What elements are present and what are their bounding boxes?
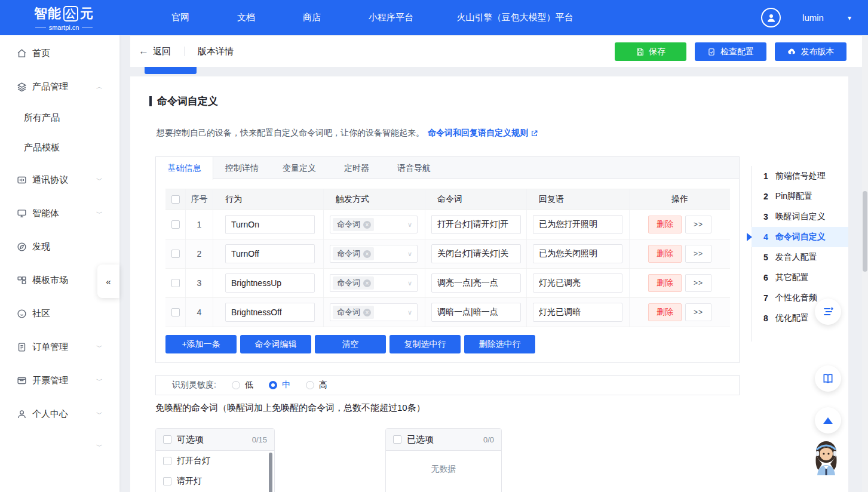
step-command-custom-active[interactable]: 4命令词自定义 bbox=[752, 227, 848, 247]
trigger-select[interactable]: 命令词× ∨ bbox=[330, 245, 418, 263]
user-chevron-down-icon[interactable]: ▾ bbox=[848, 14, 851, 22]
nav-item-docs[interactable]: 文档 bbox=[213, 12, 279, 23]
delete-selected-rows-button[interactable]: 删除选中行 bbox=[464, 335, 535, 353]
nav-item-store[interactable]: 商店 bbox=[279, 12, 345, 23]
item-checkbox[interactable] bbox=[163, 477, 171, 485]
clear-button[interactable]: 清空 bbox=[315, 335, 386, 353]
trigger-select[interactable]: 命令词× ∨ bbox=[330, 216, 418, 233]
sidebar-item-agent[interactable]: 智能体 ﹀ bbox=[0, 204, 119, 222]
delete-row-button[interactable]: 删除 bbox=[648, 274, 682, 292]
expand-row-button[interactable]: >> bbox=[685, 303, 711, 321]
step-wakeword-custom[interactable]: 3唤醒词自定义 bbox=[752, 207, 848, 227]
custom-rules-link[interactable]: 命令词和回复语自定义规则 bbox=[428, 128, 538, 139]
tag-remove-icon[interactable]: × bbox=[363, 309, 371, 316]
back-to-top-fab[interactable] bbox=[815, 407, 841, 433]
select-all-checkbox[interactable] bbox=[171, 195, 180, 204]
sidebar-item-discover[interactable]: 发现 bbox=[0, 238, 119, 256]
action-input[interactable] bbox=[225, 273, 315, 293]
expand-row-button[interactable]: >> bbox=[685, 245, 711, 263]
sidebar-collapse-button[interactable]: « bbox=[97, 265, 119, 298]
target-select-all-checkbox[interactable] bbox=[393, 435, 401, 444]
action-input[interactable] bbox=[225, 303, 315, 322]
back-button[interactable]: ← 返回 bbox=[139, 45, 171, 57]
tab-timer[interactable]: 定时器 bbox=[328, 157, 385, 179]
action-input[interactable] bbox=[225, 215, 315, 234]
page-scrollbar-thumb[interactable] bbox=[863, 191, 867, 272]
row-checkbox[interactable] bbox=[171, 250, 180, 258]
tag-remove-icon[interactable]: × bbox=[363, 221, 371, 229]
delete-row-button[interactable]: 删除 bbox=[648, 245, 682, 263]
app-window: 智能公元 smartpi.cn 官网 文档 商店 小程序平台 火山引擎（豆包大模… bbox=[0, 0, 868, 492]
item-checkbox[interactable] bbox=[163, 457, 171, 465]
page-scrollbar-track[interactable] bbox=[862, 35, 868, 492]
reply-input[interactable] bbox=[533, 273, 622, 293]
add-row-button[interactable]: +添加一条 bbox=[165, 335, 237, 353]
username[interactable]: lumin bbox=[802, 13, 824, 23]
clipped-button-above[interactable] bbox=[145, 67, 197, 74]
check-config-button[interactable]: 检查配置 bbox=[695, 42, 766, 61]
sidebar-item-home[interactable]: 首页 bbox=[0, 44, 119, 62]
copy-selected-rows-button[interactable]: 复制选中行 bbox=[389, 335, 461, 353]
brand-logo[interactable]: 智能公元 smartpi.cn bbox=[25, 5, 103, 31]
edit-commands-button[interactable]: 命令词编辑 bbox=[240, 335, 311, 353]
sensitivity-option-medium[interactable]: 中 bbox=[269, 380, 290, 390]
step-voice-config[interactable]: 5发音人配置 bbox=[752, 247, 848, 267]
action-input[interactable] bbox=[225, 244, 315, 263]
user-avatar-icon[interactable] bbox=[761, 8, 781, 27]
sidebar-item-community[interactable]: 社区 bbox=[0, 305, 119, 322]
protocol-icon bbox=[16, 174, 27, 185]
sidebar-item-all-products[interactable]: 所有产品 bbox=[0, 109, 119, 127]
tab-variable-definition[interactable]: 变量定义 bbox=[271, 157, 328, 179]
source-select-all-checkbox[interactable] bbox=[163, 435, 171, 444]
col-header-trigger: 触发方式 bbox=[324, 189, 425, 210]
delete-row-button[interactable]: 删除 bbox=[648, 303, 682, 321]
step-front-signal[interactable]: 1前端信号处理 bbox=[752, 166, 848, 186]
transfer-item[interactable]: 请开灯 bbox=[156, 471, 274, 491]
nav-item-official-site[interactable]: 官网 bbox=[148, 12, 213, 23]
tab-voice-navigation[interactable]: 语音导航 bbox=[385, 157, 443, 179]
publish-version-button[interactable]: 发布版本 bbox=[775, 42, 846, 61]
sidebar-item-invoice-management[interactable]: 开票管理 ﹀ bbox=[0, 371, 119, 389]
sidebar-item-product-management[interactable]: 产品管理 ︿ bbox=[0, 78, 119, 96]
select-chevron-icon: ∨ bbox=[407, 279, 412, 287]
expand-row-button[interactable]: >> bbox=[685, 274, 711, 292]
transfer-item[interactable]: 打开台灯 bbox=[156, 451, 274, 471]
step-other-config[interactable]: 6其它配置 bbox=[752, 267, 848, 288]
sensitivity-option-low[interactable]: 低 bbox=[232, 380, 253, 390]
save-button[interactable]: 保存 bbox=[615, 42, 686, 61]
row-checkbox[interactable] bbox=[171, 220, 180, 229]
tab-strip: 基础信息 控制详情 变量定义 定时器 语音导航 bbox=[156, 157, 739, 179]
nav-item-volcengine[interactable]: 火山引擎（豆包大模型）平台 bbox=[437, 12, 593, 23]
step-pin-config[interactable]: 2Pin脚配置 bbox=[752, 186, 848, 207]
command-input[interactable] bbox=[431, 215, 521, 234]
reply-input[interactable] bbox=[533, 215, 622, 234]
command-input[interactable] bbox=[431, 244, 521, 263]
row-checkbox[interactable] bbox=[171, 308, 180, 316]
row-checkbox[interactable] bbox=[171, 279, 180, 287]
tag-remove-icon[interactable]: × bbox=[363, 250, 371, 258]
sidebar-item-personal-center[interactable]: 个人中心 ﹀ bbox=[0, 405, 119, 423]
tab-control-detail[interactable]: 控制详情 bbox=[213, 157, 271, 179]
source-scrollbar-thumb[interactable] bbox=[269, 453, 272, 492]
tag-remove-icon[interactable]: × bbox=[363, 279, 371, 287]
command-input[interactable] bbox=[431, 303, 521, 322]
reply-input[interactable] bbox=[533, 244, 622, 263]
delete-row-button[interactable]: 删除 bbox=[648, 216, 682, 233]
nav-item-miniprogram[interactable]: 小程序平台 bbox=[345, 12, 437, 23]
tab-basic-info[interactable]: 基础信息 bbox=[156, 157, 213, 180]
assistant-avatar[interactable] bbox=[808, 438, 845, 476]
command-input[interactable] bbox=[431, 273, 521, 293]
col-header-index: 序号 bbox=[186, 189, 213, 210]
table-header-row: 序号 行为 触发方式 命令词 回复语 操作 bbox=[165, 189, 730, 210]
sensitivity-option-high[interactable]: 高 bbox=[306, 380, 327, 390]
trigger-select[interactable]: 命令词× ∨ bbox=[330, 274, 418, 292]
sidebar-item-product-templates[interactable]: 产品模板 bbox=[0, 139, 119, 156]
steps-menu-fab[interactable] bbox=[815, 299, 841, 325]
docs-fab[interactable] bbox=[815, 365, 841, 392]
sidebar-item-extra[interactable]: ﹀ bbox=[0, 437, 119, 455]
expand-row-button[interactable]: >> bbox=[685, 216, 711, 233]
reply-input[interactable] bbox=[533, 303, 622, 322]
sidebar-item-protocols[interactable]: 通讯协议 ﹀ bbox=[0, 171, 119, 189]
sidebar-item-order-management[interactable]: 订单管理 ﹀ bbox=[0, 338, 119, 356]
trigger-select[interactable]: 命令词× ∨ bbox=[330, 303, 418, 321]
